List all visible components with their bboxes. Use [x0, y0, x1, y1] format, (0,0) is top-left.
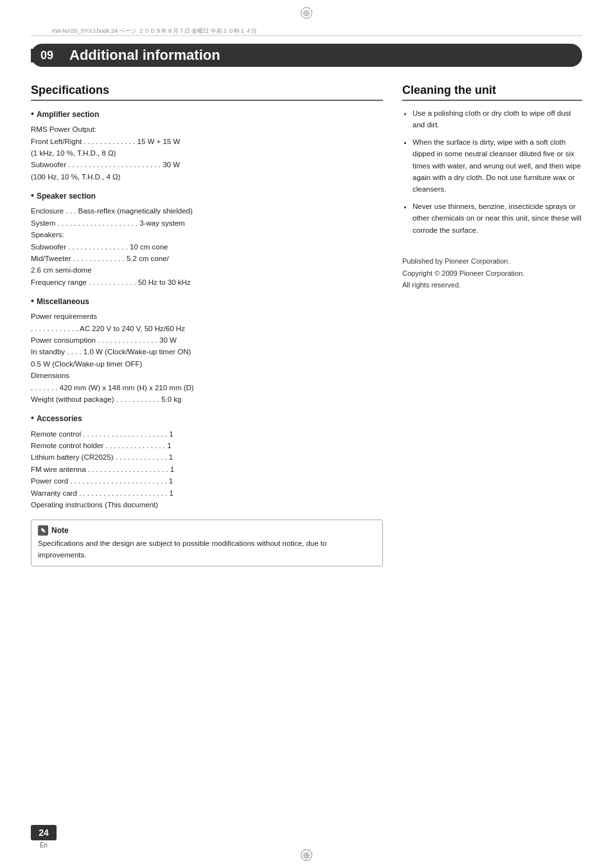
cleaning-bullet-item: Never use thinners, benzine, insecticide… [413, 201, 582, 236]
bullet-accessories: • [31, 413, 34, 422]
content-area: Specifications • Amplifier section RMS P… [31, 84, 582, 817]
note-icon: ✎ [38, 525, 48, 536]
dimensions: . . . . . . . 420 mm (W) x 148 mm (H) x … [31, 382, 383, 393]
weight: Weight (without package) . . . . . . . .… [31, 393, 383, 405]
dim-label: Dimensions [31, 370, 383, 381]
system-spec: System . . . . . . . . . . . . . . . . .… [31, 217, 383, 229]
power-req: . . . . . . . . . . . . AC 220 V to 240 … [31, 323, 383, 334]
accessory-item: Power cord . . . . . . . . . . . . . . .… [31, 475, 383, 487]
copyright-line2: Copyright © 2009 Pioneer Corporation. [402, 267, 582, 280]
accessory-item: Warranty card . . . . . . . . . . . . . … [31, 487, 383, 499]
bullet-amplifier: • [31, 109, 34, 118]
standby: In standby . . . . 1.0 W (Clock/Wake-up … [31, 346, 383, 357]
copyright-line1: Published by Pioneer Corporation. [402, 255, 582, 267]
accessories-section: • Accessories Remote control . . . . . .… [31, 413, 383, 511]
note-title: Note [51, 526, 69, 535]
bullet-misc: • [31, 296, 34, 305]
chapter-number: 09 [31, 49, 63, 62]
amplifier-label: Amplifier section [37, 109, 99, 121]
note-header: ✎ Note [38, 525, 376, 536]
file-info: XW-NAS5_SYXJ.book 24 ページ ２００９年８月７日 金曜日 午… [51, 27, 257, 35]
misc-label: Miscellaneous [37, 296, 89, 308]
mid-tweeter2: 2.6 cm semi-dome [31, 264, 383, 276]
front-note: (1 kHz, 10 %, T.H.D., 8 Ω) [31, 147, 383, 159]
copyright-line3: All rights reserved. [402, 279, 582, 291]
accessories-list: Remote control . . . . . . . . . . . . .… [31, 428, 383, 511]
copyright-block: Published by Pioneer Corporation. Copyri… [402, 255, 582, 291]
accessory-item: Lithium battery (CR2025) . . . . . . . .… [31, 451, 383, 463]
specifications-column: Specifications • Amplifier section RMS P… [31, 84, 383, 817]
speakers-label: Speakers: [31, 229, 383, 240]
page-number: 24 [31, 825, 57, 840]
speaker-label: Speaker section [37, 190, 96, 203]
specifications-title: Specifications [31, 84, 383, 101]
note-box: ✎ Note Specifications and the design are… [31, 520, 383, 566]
subwoofer-note: (100 Hz, 10 %, T.H.D., 4 Ω) [31, 171, 383, 183]
bullet-speaker: • [31, 191, 34, 200]
chapter-heading: 09 Additional information [31, 44, 582, 67]
freq-range: Frequency range . . . . . . . . . . . . … [31, 276, 383, 288]
enclosure-spec: Enclosure . . . Bass-reflex (magneticall… [31, 205, 383, 217]
header-line [31, 35, 582, 36]
misc-section: • Miscellaneous Power requirements . . .… [31, 296, 383, 405]
cleaning-title: Cleaning the unit [402, 84, 582, 101]
reg-mark-top-right [301, 7, 312, 19]
cleaning-bullet-item: Use a polishing cloth or dry cloth to wi… [413, 107, 582, 131]
accessory-item: Remote control holder . . . . . . . . . … [31, 440, 383, 451]
accessory-item: FM wire antenna . . . . . . . . . . . . … [31, 464, 383, 475]
front-power: Front Left/Right . . . . . . . . . . . .… [31, 136, 383, 147]
accessories-label: Accessories [37, 413, 82, 425]
accessory-item: Operating instructions (This document) [31, 499, 383, 511]
note-text: Specifications and the design are subjec… [38, 538, 376, 561]
power-cons: Power consumption . . . . . . . . . . . … [31, 334, 383, 346]
chapter-title: Additional information [69, 47, 220, 64]
reg-mark-bottom-right [301, 849, 312, 861]
power-req-label: Power requirements [31, 311, 383, 322]
cleaning-bullets: Use a polishing cloth or dry cloth to wi… [402, 107, 582, 236]
page-footer: 24 En [31, 825, 57, 849]
rms-label: RMS Power Output: [31, 123, 383, 135]
cleaning-bullet-item: When the surface is dirty, wipe with a s… [413, 136, 582, 195]
amplifier-section: • Amplifier section RMS Power Output: Fr… [31, 109, 383, 183]
page-lang: En [31, 842, 57, 849]
subwoofer-power: Subwoofer . . . . . . . . . . . . . . . … [31, 159, 383, 170]
speaker-section: • Speaker section Enclosure . . . Bass-r… [31, 190, 383, 288]
standby2: 0.5 W (Clock/Wake-up timer OFF) [31, 358, 383, 370]
mid-tweeter: Mid/Tweeter . . . . . . . . . . . . . 5.… [31, 253, 383, 264]
sub-speaker: Subwoofer . . . . . . . . . . . . . . . … [31, 241, 383, 253]
cleaning-column: Cleaning the unit Use a polishing cloth … [402, 84, 582, 817]
accessory-item: Remote control . . . . . . . . . . . . .… [31, 428, 383, 440]
